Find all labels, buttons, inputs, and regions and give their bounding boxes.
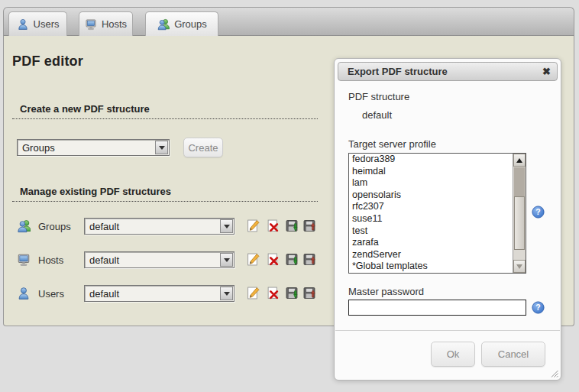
list-item[interactable]: test <box>349 225 526 238</box>
chevron-down-icon <box>159 146 165 150</box>
account-type-tabbar: Users Hosts Groups <box>3 7 574 36</box>
dialog-titlebar[interactable]: Export PDF structure ✖ <box>338 62 558 81</box>
export-pdf-structure-dialog: Export PDF structure ✖ PDF structure def… <box>334 58 561 381</box>
help-icon[interactable] <box>532 206 545 219</box>
create-section-heading: Create a new PDF structure <box>12 103 318 119</box>
select-dropdown-arrow[interactable] <box>220 253 233 267</box>
triangle-up-icon <box>516 158 522 163</box>
export-icon[interactable] <box>286 219 299 232</box>
export-icon[interactable] <box>286 287 299 300</box>
list-item[interactable]: *Global templates <box>349 261 526 273</box>
triangle-down-icon <box>516 264 522 269</box>
ok-button[interactable]: Ok <box>431 342 475 367</box>
select-dropdown-arrow[interactable] <box>220 287 233 300</box>
scrollbar-thumb[interactable] <box>514 196 525 250</box>
delete-icon[interactable] <box>267 253 280 266</box>
dialog-buttonpane-divider <box>335 330 560 331</box>
group-icon <box>17 219 31 233</box>
row-label-users: Users <box>38 288 64 300</box>
manage-section-heading: Manage existing PDF structures <box>12 186 318 202</box>
row-label-hosts: Hosts <box>38 254 63 266</box>
groups-structure-select[interactable]: default <box>84 218 235 235</box>
master-password-input[interactable] <box>348 300 526 316</box>
list-item[interactable]: fedora389 <box>349 154 526 166</box>
manage-row-users: Users default <box>15 285 328 302</box>
manage-row-hosts: Hosts default <box>15 251 328 268</box>
scrollbar-track[interactable] <box>514 167 525 196</box>
list-item[interactable]: suse11 <box>349 213 526 225</box>
lam-pdf-editor-screen: Users Hosts Groups PDF editor Create a n… <box>0 0 579 392</box>
help-icon[interactable] <box>532 301 545 314</box>
import-icon[interactable] <box>303 219 316 232</box>
pdf-structure-value: default <box>362 109 392 121</box>
select-dropdown-arrow[interactable] <box>155 141 168 154</box>
chevron-down-icon <box>224 225 230 228</box>
tab-groups-label: Groups <box>174 18 207 30</box>
target-server-profile-label: Target server profile <box>348 138 436 150</box>
row-label-groups: Groups <box>38 221 71 232</box>
host-icon <box>17 253 31 267</box>
list-item[interactable]: zarafa <box>349 237 526 249</box>
users-structure-select[interactable]: default <box>84 285 235 302</box>
list-item[interactable]: zendServer <box>349 249 526 261</box>
page-title: PDF editor <box>12 53 83 70</box>
export-icon[interactable] <box>286 253 299 266</box>
resize-grip-icon[interactable] <box>548 368 558 377</box>
list-item[interactable]: heimdal <box>349 166 526 178</box>
list-item[interactable]: lam <box>349 177 526 190</box>
delete-icon[interactable] <box>267 219 280 232</box>
new-structure-type-select[interactable]: Groups <box>17 139 170 156</box>
listbox-scrollbar[interactable] <box>513 154 526 273</box>
user-icon <box>17 18 29 31</box>
dialog-title: Export PDF structure <box>348 66 448 77</box>
tab-groups[interactable]: Groups <box>145 11 218 36</box>
import-icon[interactable] <box>303 287 316 300</box>
host-icon <box>85 18 97 31</box>
tab-hosts-label: Hosts <box>102 18 127 30</box>
list-item[interactable]: opensolaris <box>349 190 526 202</box>
tab-users[interactable]: Users <box>8 11 67 36</box>
target-server-profile-listbox[interactable]: fedora389 heimdal lam opensolaris rfc230… <box>348 153 526 274</box>
scroll-down-arrow[interactable] <box>513 260 526 273</box>
edit-icon[interactable] <box>247 253 260 266</box>
scroll-up-arrow[interactable] <box>513 154 526 167</box>
create-button[interactable]: Create <box>183 138 223 157</box>
pdf-structure-label: PDF structure <box>348 91 409 102</box>
edit-icon[interactable] <box>247 287 260 300</box>
user-icon <box>17 287 31 300</box>
hosts-structure-value: default <box>89 254 119 266</box>
manage-row-groups: Groups default <box>15 218 328 235</box>
close-icon[interactable]: ✖ <box>542 64 551 79</box>
hosts-structure-select[interactable]: default <box>84 251 235 268</box>
users-structure-value: default <box>89 288 119 300</box>
import-icon[interactable] <box>303 253 316 266</box>
groups-structure-value: default <box>89 221 119 232</box>
list-item[interactable]: rfc2307 <box>349 201 526 213</box>
edit-icon[interactable] <box>247 219 260 232</box>
master-password-label: Master password <box>348 286 424 297</box>
select-dropdown-arrow[interactable] <box>220 219 233 233</box>
chevron-down-icon <box>224 292 230 296</box>
group-icon <box>157 18 170 31</box>
tab-users-label: Users <box>34 18 60 30</box>
chevron-down-icon <box>224 258 230 262</box>
delete-icon[interactable] <box>267 287 280 300</box>
tab-hosts[interactable]: Hosts <box>79 11 133 36</box>
cancel-button[interactable]: Cancel <box>481 342 545 367</box>
new-structure-type-value: Groups <box>22 142 55 154</box>
